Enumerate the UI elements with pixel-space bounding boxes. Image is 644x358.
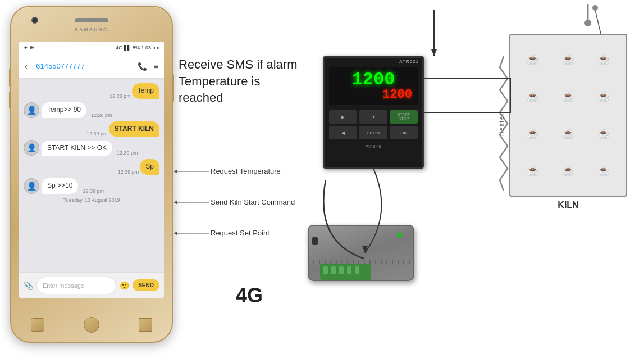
message-row: 12:39 pm START KILN (24, 121, 159, 137)
antenna-right (400, 225, 405, 228)
cup-icon: ☕ (552, 117, 584, 151)
kiln-wrapper: Heater ☕ ☕ ☕ ☕ ☕ ☕ ☕ ☕ ☕ ☕ ☕ ☕ KILN (498, 34, 627, 247)
modem-terminal (320, 264, 371, 280)
message-time: 12:26 pm (109, 93, 131, 99)
kiln-label: KILN (509, 200, 627, 210)
svg-marker-1 (431, 49, 437, 56)
cup-icon: ☕ (552, 43, 584, 76)
temperature-probe (579, 4, 596, 27)
annotation-request-temp: Request Temperature (211, 167, 281, 175)
chat-nav: ‹ +614550777777 📞 ≡ (19, 54, 164, 79)
power-button (172, 74, 174, 102)
annotation-send-kiln: Send Kiln Start Command (211, 198, 295, 206)
message-time: 12:39 pm (117, 150, 138, 156)
controller-display: 1200 1200 (329, 67, 418, 105)
avatar: 👤 (24, 140, 39, 156)
send-button[interactable]: SEND (133, 279, 159, 291)
volume-up-button (9, 69, 11, 87)
chat-area: 12:26 pm Temp 👤 Temp>> 90 12:26 pm 12:39… (19, 79, 164, 272)
modem-pins (320, 264, 371, 277)
modem-pin (339, 266, 344, 274)
modem-pin (331, 266, 336, 274)
temperature-controller: ATR621 1200 1200 ▶ ✦ STARTSTOP ◀ PROM OK… (323, 56, 424, 169)
attachment-icon[interactable]: 📎 (24, 281, 33, 290)
headline-line3: reached (179, 89, 298, 106)
controller-brand-bottom: PIXSYS (325, 143, 422, 150)
phone-bottom-buttons (11, 317, 172, 333)
message-bubble: Sp (140, 159, 159, 175)
home-button[interactable] (84, 317, 99, 333)
cup-icon: ☕ (587, 43, 619, 76)
ctrl-btn-startstop[interactable]: STARTSTOP (390, 110, 418, 124)
message-bubble: START KILN >> OK (42, 141, 112, 156)
cup-icon: ☕ (552, 80, 584, 114)
message-time: 12:39 pm (86, 131, 108, 137)
kiln-box: ☕ ☕ ☕ ☕ ☕ ☕ ☕ ☕ ☕ ☕ ☕ ☕ (509, 34, 627, 197)
cup-icon: ☕ (517, 80, 549, 114)
modem-pin (355, 266, 359, 274)
status-bar: ✦ ❋ 4G ▌▌ 8% 1:03 pm (19, 42, 164, 54)
cup-icon: ☕ (587, 117, 619, 151)
message-input[interactable]: Enter message (36, 277, 116, 294)
modem-ridges (309, 260, 413, 264)
message-time: 12:39 pm (83, 188, 104, 194)
message-bubble: Temp>> 90 (42, 102, 86, 118)
back-icon[interactable]: ‹ (25, 62, 28, 71)
phone-call-icon[interactable]: 📞 (138, 62, 147, 71)
antenna-left (392, 225, 396, 228)
phone: SAMSUNG ✦ ❋ 4G ▌▌ 8% 1:03 pm ‹ +61455077… (10, 6, 173, 348)
avatar: 👤 (24, 178, 39, 194)
chat-input-bar: 📎 Enter message 🙂 SEND (19, 272, 164, 298)
emoji-icon[interactable]: 🙂 (120, 281, 129, 290)
avatar: 👤 (24, 102, 39, 118)
message-bubble: Temp (132, 83, 159, 99)
phone-camera (31, 17, 38, 24)
menu-icon[interactable]: ≡ (154, 62, 158, 71)
display-green-value: 1200 (331, 71, 415, 89)
kiln-grid: ☕ ☕ ☕ ☕ ☕ ☕ ☕ ☕ ☕ ☕ ☕ ☕ (510, 35, 626, 196)
svg-point-15 (584, 20, 591, 26)
ctrl-btn-prom[interactable]: PROM (359, 126, 387, 139)
modem-pin (347, 266, 351, 274)
display-red-value: 1200 (331, 89, 415, 101)
recent-button[interactable] (139, 318, 152, 332)
phone-speaker (75, 18, 108, 22)
modem-label: 4G (236, 284, 263, 307)
phone-body: SAMSUNG ✦ ❋ 4G ▌▌ 8% 1:03 pm ‹ +61455077… (10, 6, 173, 343)
ctrl-btn-play[interactable]: ▶ (329, 110, 357, 124)
back-button[interactable] (31, 318, 44, 332)
message-time: 12:39 pm (118, 169, 139, 175)
modem (308, 225, 420, 298)
message-bubble: START KILN (109, 121, 159, 137)
controller-brand: ATR621 (325, 58, 422, 65)
cup-icon: ☕ (552, 154, 584, 188)
cup-icon: ☕ (517, 43, 549, 76)
modem-pin (323, 266, 328, 274)
cup-icon: ☕ (587, 154, 619, 188)
message-bubble: Sp >>10 (42, 178, 78, 194)
annotation-request-sp: Request Set Point (211, 229, 270, 237)
ctrl-btn-left[interactable]: ◀ (329, 126, 357, 139)
message-time: 12:26 pm (91, 112, 112, 118)
message-row: 12:26 pm Temp (24, 83, 159, 99)
cup-icon: ☕ (587, 80, 619, 114)
phone-screen: ✦ ❋ 4G ▌▌ 8% 1:03 pm ‹ +614550777777 📞 ≡… (19, 42, 164, 298)
message-placeholder: Enter message (43, 282, 84, 289)
message-row: 👤 START KILN >> OK 12:39 pm (24, 140, 159, 156)
contact-number: +614550777777 (32, 62, 133, 70)
ctrl-btn-prog[interactable]: ✦ (359, 110, 387, 124)
status-icons-right: 4G ▌▌ 8% 1:03 pm (116, 45, 159, 51)
date-divider: Tuesday, 13 August 2019 (24, 197, 159, 203)
modem-usb-port (312, 237, 318, 245)
svg-marker-9 (174, 200, 177, 205)
controller-buttons: ▶ ✦ STARTSTOP ◀ PROM OK (325, 107, 422, 143)
ctrl-btn-ok[interactable]: OK (390, 126, 418, 139)
svg-marker-7 (174, 169, 177, 174)
message-row: 👤 Temp>> 90 12:26 pm (24, 102, 159, 118)
cup-icon: ☕ (517, 154, 549, 188)
modem-body (308, 225, 414, 281)
cup-icon: ☕ (517, 117, 549, 151)
chat-nav-icons: 📞 ≡ (138, 62, 158, 71)
headline: Receive SMS if alarm Temperature is reac… (179, 56, 298, 106)
message-row: 👤 Sp >>10 12:39 pm (24, 178, 159, 194)
